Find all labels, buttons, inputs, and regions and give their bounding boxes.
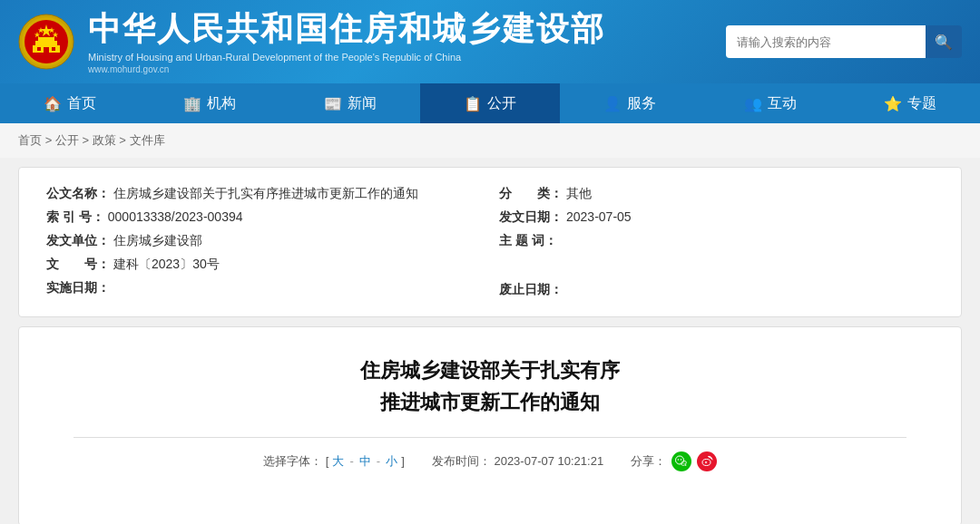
article-title-line1: 住房城乡建设部关于扎实有序 bbox=[74, 354, 906, 386]
nav-open[interactable]: 📋 公开 bbox=[420, 83, 560, 123]
main-nav: 🏠 首页 🏢 机构 📰 新闻 📋 公开 👤 服务 👥 互动 ⭐ 专题 bbox=[0, 83, 980, 123]
doc-info-card: 公文名称： 住房城乡建设部关于扎实有序推进城市更新工作的通知 索 引 号： 00… bbox=[18, 167, 962, 317]
nav-news-label: 新闻 bbox=[348, 94, 377, 113]
svg-point-17 bbox=[683, 462, 684, 463]
svg-point-18 bbox=[685, 462, 686, 463]
doc-end-date-row: 废止日期： bbox=[499, 282, 934, 298]
doc-info-left: 公文名称： 住房城乡建设部关于扎实有序推进城市更新工作的通知 索 引 号： 00… bbox=[46, 186, 481, 298]
font-large-button[interactable]: 大 bbox=[332, 453, 344, 470]
doc-title-row: 公文名称： 住房城乡建设部关于扎实有序推进城市更新工作的通知 bbox=[46, 186, 481, 202]
interaction-icon: 👥 bbox=[744, 95, 762, 112]
doc-info-right: 分 类： 其他 发文日期： 2023-07-05 主 题 词： 废止日期： bbox=[499, 186, 934, 298]
doc-effective-label: 实施日期： bbox=[46, 280, 110, 296]
wechat-icon bbox=[675, 455, 688, 468]
search-icon: 🔍 bbox=[935, 34, 953, 51]
share-section: 分享： bbox=[631, 451, 717, 471]
nav-service[interactable]: 👤 服务 bbox=[560, 83, 700, 123]
share-wechat-button[interactable] bbox=[671, 451, 691, 471]
nav-news[interactable]: 📰 新闻 bbox=[280, 83, 420, 123]
doc-topic-row: 主 题 词： bbox=[499, 233, 934, 249]
site-url: www.mohurd.gov.cn bbox=[88, 64, 605, 74]
doc-effective-row: 实施日期： bbox=[46, 280, 481, 296]
breadcrumb-sep2: > bbox=[82, 133, 92, 147]
doc-issuer-label: 发文单位： bbox=[46, 233, 110, 249]
font-bracket-open: [ bbox=[326, 454, 329, 468]
font-sep2: - bbox=[377, 454, 380, 468]
article-divider bbox=[74, 437, 906, 438]
doc-index-row: 索 引 号： 000013338/2023-00394 bbox=[46, 209, 481, 226]
font-size-selector: 选择字体： [ 大 - 中 - 小 ] bbox=[263, 453, 405, 470]
font-sep1: - bbox=[349, 454, 353, 468]
nav-home-label: 首页 bbox=[67, 94, 96, 113]
breadcrumb-open[interactable]: 公开 bbox=[55, 133, 79, 147]
nav-interaction-label: 互动 bbox=[768, 94, 797, 113]
nav-interaction[interactable]: 👥 互动 bbox=[700, 83, 839, 123]
font-medium-button[interactable]: 中 bbox=[359, 453, 371, 470]
article-meta: 选择字体： [ 大 - 中 - 小 ] 发布时间： 2023-07-07 10:… bbox=[74, 451, 906, 471]
site-title: 中华人民共和国住房和城乡建设部 bbox=[88, 9, 605, 48]
article-card: 住房城乡建设部关于扎实有序 推进城市更新工作的通知 选择字体： [ 大 - 中 … bbox=[18, 326, 962, 524]
doc-index-label: 索 引 号： bbox=[46, 209, 104, 226]
search-bar: 🔍 bbox=[726, 25, 962, 58]
svg-rect-5 bbox=[38, 37, 54, 42]
home-icon: 🏠 bbox=[44, 95, 62, 112]
doc-end-date-label: 废止日期： bbox=[499, 282, 563, 298]
nav-institution-label: 机构 bbox=[207, 94, 236, 113]
site-title-en: Ministry of Housing and Urban-Rural Deve… bbox=[88, 52, 605, 63]
doc-issuer-row: 发文单位： 住房城乡建设部 bbox=[46, 233, 481, 249]
nav-special[interactable]: ⭐ 专题 bbox=[840, 83, 980, 123]
svg-rect-8 bbox=[52, 47, 55, 51]
search-input[interactable] bbox=[726, 25, 926, 58]
breadcrumb-home[interactable]: 首页 bbox=[18, 133, 42, 147]
share-weibo-button[interactable] bbox=[697, 451, 717, 471]
article-title-line2: 推进城市更新工作的通知 bbox=[74, 386, 906, 418]
nav-special-label: 专题 bbox=[907, 94, 936, 113]
open-icon: 📋 bbox=[464, 95, 482, 112]
svg-point-16 bbox=[681, 459, 682, 461]
header: 中华人民共和国住房和城乡建设部 Ministry of Housing and … bbox=[0, 0, 980, 83]
doc-no-row: 文 号： 建科〔2023〕30号 bbox=[46, 257, 481, 273]
doc-category-label: 分 类： bbox=[499, 186, 563, 202]
doc-issue-date-label: 发文日期： bbox=[499, 209, 563, 226]
breadcrumb-sep1: > bbox=[45, 133, 55, 147]
doc-issue-date-row: 发文日期： 2023-07-05 bbox=[499, 209, 934, 226]
publish-label: 发布时间： bbox=[432, 454, 491, 468]
font-size-label: 选择字体： bbox=[263, 453, 322, 470]
doc-no-label: 文 号： bbox=[46, 257, 110, 273]
share-label: 分享： bbox=[631, 453, 666, 470]
doc-category-value: 其他 bbox=[566, 186, 592, 202]
svg-rect-6 bbox=[44, 47, 49, 53]
institution-icon: 🏢 bbox=[183, 95, 201, 112]
breadcrumb: 首页 > 公开 > 政策 > 文件库 bbox=[0, 123, 980, 158]
doc-index-value: 000013338/2023-00394 bbox=[108, 209, 243, 224]
publish-info: 发布时间： 2023-07-07 10:21:21 bbox=[432, 453, 603, 470]
search-button[interactable]: 🔍 bbox=[926, 25, 962, 58]
doc-info-grid: 公文名称： 住房城乡建设部关于扎实有序推进城市更新工作的通知 索 引 号： 00… bbox=[46, 186, 934, 298]
header-title-block: 中华人民共和国住房和城乡建设部 Ministry of Housing and … bbox=[88, 9, 605, 74]
svg-point-14 bbox=[676, 456, 684, 464]
doc-issue-date-value: 2023-07-05 bbox=[566, 209, 632, 224]
special-icon: ⭐ bbox=[884, 95, 902, 112]
weibo-icon bbox=[701, 455, 713, 468]
doc-title-label: 公文名称： bbox=[46, 186, 110, 202]
svg-point-20 bbox=[705, 461, 707, 462]
font-bracket-close: ] bbox=[401, 454, 405, 468]
nav-institution[interactable]: 🏢 机构 bbox=[140, 83, 279, 123]
nav-home[interactable]: 🏠 首页 bbox=[0, 83, 140, 123]
nav-open-label: 公开 bbox=[487, 94, 516, 113]
doc-no-value: 建科〔2023〕30号 bbox=[113, 257, 220, 273]
breadcrumb-sep3: > bbox=[119, 133, 129, 147]
main-content: 公文名称： 住房城乡建设部关于扎实有序推进城市更新工作的通知 索 引 号： 00… bbox=[0, 158, 980, 524]
breadcrumb-library[interactable]: 文件库 bbox=[130, 133, 165, 147]
header-left: 中华人民共和国住房和城乡建设部 Ministry of Housing and … bbox=[18, 9, 605, 74]
doc-topic-label: 主 题 词： bbox=[499, 233, 557, 249]
svg-rect-7 bbox=[37, 47, 41, 51]
doc-issuer-value: 住房城乡建设部 bbox=[113, 233, 202, 249]
doc-title-value: 住房城乡建设部关于扎实有序推进城市更新工作的通知 bbox=[113, 186, 418, 202]
font-small-button[interactable]: 小 bbox=[386, 453, 397, 470]
publish-time: 2023-07-07 10:21:21 bbox=[494, 454, 603, 468]
doc-category-row: 分 类： 其他 bbox=[499, 186, 934, 202]
news-icon: 📰 bbox=[324, 95, 342, 112]
nav-service-label: 服务 bbox=[627, 94, 656, 113]
breadcrumb-policy[interactable]: 政策 bbox=[93, 133, 116, 147]
